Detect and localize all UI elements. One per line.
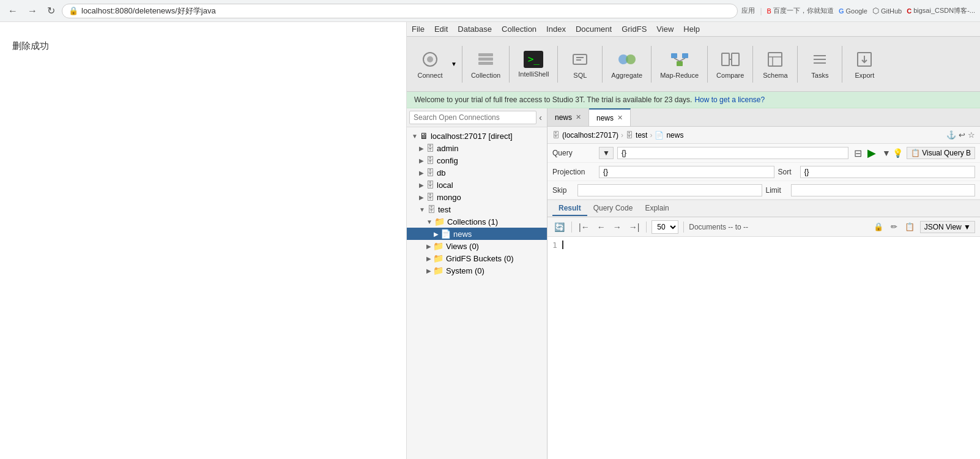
back-button[interactable]: ← (5, 4, 21, 18)
tab-news-2-close[interactable]: ✕ (617, 114, 623, 122)
schema-button[interactable]: Schema (757, 47, 793, 81)
forward-button[interactable]: → (24, 4, 40, 18)
tab-result[interactable]: Result (552, 201, 587, 216)
refresh-button[interactable]: 🔄 (552, 222, 566, 233)
edit-button[interactable]: ✏ (889, 222, 899, 232)
arrow-mongo: ▶ (419, 194, 424, 201)
tree-db-test[interactable]: ▼ 🗄 test (407, 203, 547, 215)
separator-7 (752, 46, 753, 83)
menu-gridfs[interactable]: GridFS (622, 24, 647, 34)
code-line-1: 1 (552, 241, 975, 250)
bookmark-csdn[interactable]: C bigsai_CSDN博客-... (907, 6, 975, 15)
db-icon-test: 🗄 (427, 204, 436, 214)
reload-button[interactable]: ↻ (44, 4, 58, 18)
sort-input[interactable] (800, 166, 976, 178)
tab-news-2-label: news (596, 114, 614, 122)
tree-connection[interactable]: ▼ 🖥 localhost:27017 [direct] (407, 130, 547, 142)
anchor-button[interactable]: ⚓ (946, 130, 956, 140)
mapreduce-label: Map-Reduce (660, 72, 699, 79)
compare-button[interactable]: Compare (711, 47, 749, 81)
query-format-button[interactable]: ⊟ (852, 147, 864, 160)
intellishell-button[interactable]: >_ IntelliShell (513, 48, 554, 80)
connect-label: Connect (418, 72, 443, 79)
skip-input[interactable] (577, 184, 762, 196)
breadcrumb-dbname-icon: 🗄 (626, 131, 633, 140)
db-config-label: config (437, 156, 458, 165)
collection-button[interactable]: Collection (466, 47, 505, 81)
tree-collections-folder[interactable]: ▼ 📁 Collections (1) (407, 215, 547, 228)
browser-bar: ← → ↻ 🔒 localhost:8080/deletenews/好好学jav… (0, 0, 980, 22)
projection-sort-row: Projection Sort (548, 163, 980, 181)
bookmark-csdn-label: bigsai_CSDN博客-... (913, 6, 975, 15)
page-size-select[interactable]: 50 (651, 220, 678, 234)
compare-icon (721, 50, 740, 69)
tree-db-mongo[interactable]: ▶ 🗄 mongo (407, 191, 547, 203)
aggregate-button[interactable]: Aggregate (606, 47, 647, 81)
tree-gridfs-folder[interactable]: ▶ 📁 GridFS Buckets (0) (407, 252, 547, 264)
views-label: Views (0) (446, 242, 479, 251)
studio-panel: File Edit Database Collection Index Docu… (407, 22, 980, 459)
tab-news-1-close[interactable]: ✕ (576, 113, 581, 121)
svg-point-9 (626, 54, 636, 64)
separator-8 (797, 46, 798, 83)
mapreduce-button[interactable]: Map-Reduce (655, 47, 703, 81)
menu-edit[interactable]: Edit (434, 24, 448, 34)
run-dropdown[interactable]: ▼ (882, 148, 891, 158)
export-button[interactable]: Export (846, 47, 883, 81)
menu-file[interactable]: File (412, 24, 425, 34)
visual-query-button[interactable]: 📋 Visual Query B (907, 147, 975, 159)
json-view-button[interactable]: JSON View ▼ (920, 221, 975, 233)
menu-database[interactable]: Database (458, 24, 492, 34)
bookmark-apps[interactable]: 应用 (741, 6, 755, 15)
folder-icon-system: 📁 (433, 266, 444, 275)
query-input[interactable] (617, 147, 848, 159)
tab-news-1[interactable]: news ✕ (548, 108, 589, 126)
tree-db-config[interactable]: ▶ 🗄 config (407, 154, 547, 166)
tree-collection-news[interactable]: ▶ 📄 news (407, 228, 547, 240)
last-page-button[interactable]: →| (627, 222, 642, 233)
run-query-button[interactable]: ▶ (867, 146, 876, 160)
breadcrumb-coll-icon: 📄 (655, 131, 664, 140)
address-bar[interactable]: 🔒 localhost:8080/deletenews/好好学java (62, 4, 738, 18)
breadcrumb-database: test (636, 131, 647, 140)
connect-dropdown[interactable]: ▼ (450, 59, 458, 69)
lock-button[interactable]: 🔒 (872, 222, 885, 232)
connection-label: localhost:27017 [direct] (431, 132, 513, 141)
projection-input[interactable] (599, 166, 774, 178)
bookmark-google[interactable]: G Google (839, 7, 867, 15)
tree-system-folder[interactable]: ▶ 📁 System (0) (407, 264, 547, 277)
limit-input[interactable] (791, 184, 976, 196)
tree-views-folder[interactable]: ▶ 📁 Views (0) (407, 240, 547, 252)
menu-help[interactable]: Help (683, 24, 700, 34)
tree-db-db[interactable]: ▶ 🗄 db (407, 166, 547, 179)
tasks-button[interactable]: Tasks (801, 47, 838, 81)
connect-button[interactable]: Connect (412, 47, 448, 81)
prev-page-button[interactable]: ← (595, 222, 607, 233)
menu-document[interactable]: Document (576, 24, 612, 34)
tree-db-local[interactable]: ▶ 🗄 local (407, 179, 547, 191)
tab-news-2[interactable]: news ✕ (589, 108, 631, 126)
bookmark-github[interactable]: ⬡ GitHub (872, 6, 902, 15)
tab-query-code[interactable]: Query Code (587, 201, 639, 216)
tree-db-admin[interactable]: ▶ 🗄 admin (407, 142, 547, 154)
license-link[interactable]: How to get a license? (694, 95, 765, 104)
collapse-button[interactable]: ‹ (536, 111, 544, 124)
baidu-icon: B (767, 7, 771, 15)
search-input[interactable] (409, 111, 536, 124)
sql-button[interactable]: SQL (562, 47, 598, 81)
gridfs-label: GridFS Buckets (0) (446, 254, 514, 263)
history-button[interactable]: ↩ (959, 130, 965, 140)
svg-rect-10 (671, 53, 677, 58)
star-button[interactable]: ☆ (968, 130, 975, 140)
bookmark-baidu[interactable]: B 百度一下，你就知道 (767, 6, 834, 15)
query-type-dropdown[interactable]: ▼ (599, 147, 614, 159)
search-bar-row: ‹ (407, 108, 547, 127)
first-page-button[interactable]: |← (577, 222, 592, 233)
hint-button[interactable]: 💡 (893, 148, 903, 158)
menu-collection[interactable]: Collection (502, 24, 536, 34)
menu-index[interactable]: Index (546, 24, 566, 34)
tab-explain[interactable]: Explain (639, 201, 675, 216)
menu-view[interactable]: View (656, 24, 674, 34)
next-page-button[interactable]: → (611, 222, 623, 233)
copy-button[interactable]: 📋 (903, 222, 916, 232)
